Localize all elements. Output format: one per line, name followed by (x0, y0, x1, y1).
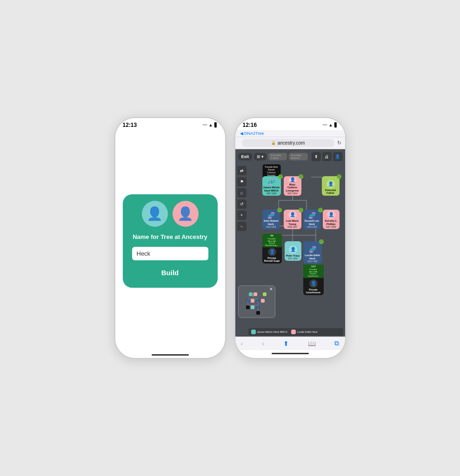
right-phone: 12:16 ···· ▲ ▋ ◀ DNA2Tree 🔒 ancestry.com… (234, 117, 346, 359)
peter-avatar: 👤 (289, 245, 297, 254)
nav-forward-button[interactable]: › (262, 340, 264, 347)
view-selector[interactable]: ⊞ ▾ (254, 153, 267, 160)
mary-card[interactable]: 🌿 👤 Mary Cathern Lovegrove 1867-1944 (284, 176, 301, 196)
ancestry-card: 👤 👤 Name for Tree at Ancestry Build (123, 194, 218, 288)
tree-name-input[interactable] (132, 247, 208, 260)
nav-share-button[interactable]: ⬆ (283, 340, 289, 347)
lula-card[interactable]: 🌿 👤 Lula Marie Young 1909-1997 (284, 210, 301, 229)
mary-avatar: 👤 (288, 177, 297, 183)
peter-name: Peter Tracy (286, 254, 300, 258)
legend-label-james: James Melvin Heck MRCA (257, 331, 287, 333)
build-button[interactable]: Build (161, 267, 179, 278)
person-icon-btn[interactable]: 👤 (333, 152, 342, 161)
battery-icon-r: ▋ (334, 123, 338, 127)
mrca-label: Possible Most Recent Common Ancestor (265, 166, 279, 177)
peter-card[interactable]: 👤 Peter Tracy 1917-1991 (285, 241, 301, 261)
avatar-female: 👤 (173, 201, 199, 227)
james-dna-icon: 🧬 (267, 177, 276, 186)
back-label: ◀ DNA2Tree (240, 131, 264, 136)
mary-dates: 1867-1944 (287, 192, 298, 195)
female-person-icon: 👤 (177, 207, 193, 220)
possible-mother-btn[interactable]: Possible Mother (289, 153, 308, 160)
legend-item-james: James Melvin Heck MRCA (251, 330, 287, 334)
exit-button[interactable]: Exit (238, 153, 253, 160)
signal-dots-icon-r: ···· (323, 123, 327, 127)
minimap[interactable]: ✕ (238, 285, 275, 318)
russell-leaf-badge: 🌿 (318, 208, 323, 212)
legend-dot-james (251, 330, 256, 334)
lula-name: Lula Marie Young (285, 219, 300, 225)
lock-icon: 🔒 (271, 141, 276, 145)
lucille-name: Lucille Edith Heck (304, 254, 321, 260)
john-dates: 1893-1986 (266, 226, 276, 228)
james-leaf-badge: 🌿 (278, 174, 283, 179)
lucille-leaf-badge: 🌿 (319, 239, 324, 244)
side-tools: ⇄ ⚑ ⌂ ↺ + − (237, 166, 247, 231)
john-name: John Robert Heck (263, 219, 279, 225)
undo-icon[interactable]: ↺ (237, 199, 247, 209)
url-text: ancestry.com (278, 140, 305, 145)
james-card[interactable]: 🌿 🧬 James Melvin Heck MRCA 1867-1909 (262, 176, 281, 196)
possible-father-btn[interactable]: Possible Father (268, 153, 287, 160)
nav-bookmarks-button[interactable]: 📖 (308, 340, 316, 347)
wifi-icon: ▲ (209, 123, 213, 127)
potential-father-card[interactable]: 🌿 👤 Potential Father (322, 176, 340, 196)
avatars-row: 👤 👤 (142, 201, 199, 227)
legend-dot-lucille (291, 330, 296, 334)
left-phone: 12:13 ···· ▲ ▋ 👤 👤 Name for Tree at Ance… (114, 117, 226, 359)
russell-name: Russell Leo Heck (304, 219, 320, 225)
browser-url-bar: 🔒 ancestry.com ↻ (235, 137, 345, 149)
john-card[interactable]: 🌿 🧬 John Robert Heck 1893-1986 (262, 210, 280, 229)
lula-dates: 1909-1997 (287, 226, 298, 228)
ronald-card[interactable]: 89 Possible5th to 8thCousinRonald Suge..… (262, 241, 282, 264)
right-status-icons: ···· ▲ ▋ (323, 123, 338, 127)
card-label: Name for Tree at Ancestry (133, 233, 207, 240)
russell-card[interactable]: 🌿 🧬 Russell Leo Heck 1908-1980 (303, 210, 321, 229)
share-side-icon[interactable]: ⇄ (237, 166, 247, 175)
minus-icon[interactable]: − (237, 222, 247, 231)
left-home-indicator (152, 354, 189, 356)
lunarbreeze-count-badge: 102 Possible5th to 8thCousin-lunarbreeze (303, 264, 324, 278)
dorothy-card[interactable]: 👤 Dorothy L Phillips 1907-1986 (323, 210, 340, 229)
lula-avatar: 👤 (288, 211, 297, 219)
dorothy-avatar: 👤 (327, 211, 335, 219)
chevron-down-icon: ▾ (261, 154, 264, 159)
left-status-bar: 12:13 ···· ▲ ▋ (115, 118, 225, 130)
lucille-dna-icon: 🧬 (308, 245, 317, 254)
lunarbreeze-card[interactable]: 102 Possible5th to 8thCousin-lunarbreeze… (303, 275, 324, 295)
lunarbreeze-name: Private lunarbreeze (304, 288, 323, 294)
home-icon[interactable]: ⌂ (237, 188, 247, 198)
share-icon-btn[interactable]: ⬆ (312, 152, 321, 161)
url-input-area[interactable]: 🔒 ancestry.com (242, 139, 334, 147)
nav-back-button[interactable]: ‹ (241, 340, 243, 347)
right-phone-inner: 12:16 ···· ▲ ▋ ◀ DNA2Tree 🔒 ancestry.com… (235, 118, 345, 358)
svg-text:🧬: 🧬 (268, 178, 276, 186)
plus-icon[interactable]: + (237, 211, 247, 220)
print-icon-btn[interactable]: 🖨 (322, 152, 332, 161)
svg-text:🧬: 🧬 (267, 212, 275, 219)
ronald-avatar: 👤 (268, 248, 276, 256)
reload-button[interactable]: ↻ (337, 140, 341, 146)
back-nav[interactable]: ◀ DNA2Tree (235, 130, 345, 137)
lucille-card[interactable]: 🌿 🧬 Lucille Edith Heck 1912-1998 (303, 241, 322, 264)
right-status-bar: 12:16 ···· ▲ ▋ (235, 118, 345, 130)
russell-dates: 1908-1980 (307, 226, 317, 228)
lula-leaf-badge: 🌿 (299, 208, 303, 212)
right-home-indicator (272, 353, 309, 354)
ronald-count-badge: 89 Possible5th to 8thCousinRonald Suge..… (262, 234, 282, 247)
svg-text:🧬: 🧬 (308, 212, 316, 219)
wifi-icon-r: ▲ (329, 123, 333, 127)
legend-bar: James Melvin Heck MRCA Lucille Edith Hec… (248, 328, 343, 336)
minimap-lines (240, 288, 273, 316)
grid-icon: ⊞ (257, 154, 260, 159)
tree-toolbar: Exit ⊞ ▾ Possible Father Possible Mother… (238, 152, 342, 161)
battery-icon: ▋ (214, 123, 218, 127)
nav-tabs-button[interactable]: ⧉ (334, 339, 339, 347)
right-time: 12:16 (243, 122, 257, 128)
left-content: 👤 👤 Name for Tree at Ancestry Build (115, 130, 225, 351)
filter-icon[interactable]: ⚑ (237, 177, 247, 186)
svg-text:🧬: 🧬 (309, 245, 317, 253)
left-time: 12:13 (123, 122, 137, 128)
dorothy-dates: 1907-1986 (326, 226, 336, 228)
lunarbreeze-avatar: 👤 (309, 279, 318, 288)
